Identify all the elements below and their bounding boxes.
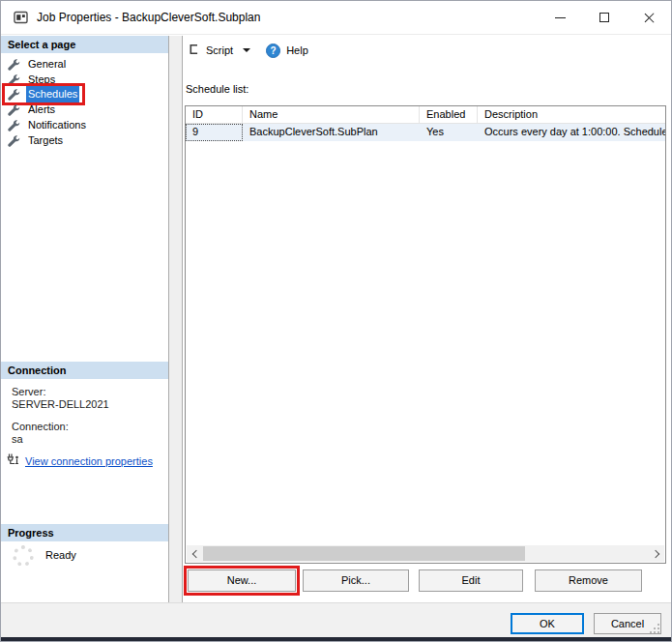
sidebar-item-label: Notifications — [26, 117, 88, 133]
minimize-button[interactable] — [538, 1, 582, 34]
close-icon — [643, 12, 655, 23]
dialog-footer: OK Cancel — [1, 602, 671, 638]
cell-description: Occurs every day at 1:00:00. Schedule — [478, 124, 665, 141]
resize-grip[interactable] — [657, 631, 659, 633]
sidebar-item-alerts[interactable]: Alerts — [5, 102, 60, 118]
close-button[interactable] — [627, 1, 671, 34]
script-dropdown-icon[interactable] — [243, 48, 250, 52]
maximize-icon — [599, 13, 609, 22]
scrollbar-thumb[interactable] — [203, 546, 525, 561]
cancel-button[interactable]: Cancel — [594, 613, 661, 634]
column-header-enabled[interactable]: Enabled — [420, 106, 478, 123]
sidebar-item-label: Alerts — [26, 102, 57, 118]
minimize-icon — [555, 17, 566, 18]
connection-header: Connection — [1, 362, 168, 379]
toolbar: Script ? Help — [183, 36, 671, 65]
cell-name: BackupCleverSoft.SubPlan — [243, 124, 420, 141]
help-button[interactable]: ? Help — [266, 44, 308, 58]
sidebar-item-label: General — [26, 56, 68, 73]
main-panel: Script ? Help Schedule list: ID Name Ena… — [183, 36, 671, 602]
sidebar-item-notifications[interactable]: Notifications — [5, 117, 91, 133]
progress-spinner-icon — [13, 545, 34, 567]
title-bar: Job Properties - BackupCleverSoft.Subpla… — [1, 1, 671, 35]
connection-value: sa — [12, 433, 23, 445]
wrench-icon — [8, 103, 20, 116]
sidebar-item-label: Targets — [26, 132, 65, 149]
sidebar-item-targets[interactable]: Targets — [5, 132, 68, 149]
select-a-page-header: Select a page — [1, 36, 168, 53]
help-button-label: Help — [286, 44, 308, 56]
window-bottom-border — [1, 637, 671, 641]
pick-button[interactable]: Pick... — [303, 569, 409, 592]
column-header-name[interactable]: Name — [243, 106, 420, 123]
cell-enabled: Yes — [420, 124, 478, 141]
cell-id: 9 — [186, 124, 243, 141]
sidebar: Select a page General Steps Schedules Al… — [1, 36, 168, 602]
window-icon — [14, 11, 28, 24]
script-button[interactable]: Script — [187, 43, 233, 58]
schedule-list-label: Schedule list: — [186, 83, 248, 95]
job-properties-dialog: Job Properties - BackupCleverSoft.Subpla… — [0, 0, 672, 642]
connection-properties-icon — [7, 453, 20, 468]
column-header-id[interactable]: ID — [186, 106, 243, 123]
progress-header: Progress — [1, 524, 168, 541]
panel-splitter[interactable] — [168, 36, 183, 602]
progress-status: Ready — [45, 549, 76, 561]
remove-button[interactable]: Remove — [535, 569, 642, 592]
schedule-list-table: ID Name Enabled Description 9 BackupClev… — [185, 105, 666, 564]
column-header-description[interactable]: Description — [478, 106, 665, 123]
script-icon — [187, 43, 200, 58]
chevron-left-icon — [191, 549, 199, 557]
server-value: SERVER-DELL2021 — [12, 398, 109, 410]
wrench-icon — [8, 88, 20, 101]
ok-button[interactable]: OK — [511, 613, 584, 634]
window-controls — [538, 1, 671, 34]
sidebar-item-general[interactable]: General — [5, 56, 71, 73]
chevron-right-icon — [651, 549, 658, 557]
server-label: Server: — [12, 386, 45, 397]
maximize-button[interactable] — [582, 1, 627, 34]
wrench-icon — [8, 58, 20, 71]
table-row[interactable]: 9 BackupCleverSoft.SubPlan Yes Occurs ev… — [186, 124, 665, 141]
wrench-icon — [8, 134, 20, 147]
connection-label: Connection: — [12, 421, 69, 432]
new-button[interactable]: New... — [188, 569, 296, 592]
script-button-label: Script — [206, 44, 233, 56]
scroll-right-button[interactable] — [649, 545, 664, 562]
window-title: Job Properties - BackupCleverSoft.Subpla… — [37, 11, 260, 24]
wrench-icon — [8, 73, 20, 86]
horizontal-scrollbar[interactable] — [187, 545, 664, 562]
scroll-left-button[interactable] — [187, 545, 202, 562]
sidebar-item-schedules[interactable]: Schedules — [5, 86, 82, 102]
edit-button[interactable]: Edit — [419, 569, 523, 592]
table-header-row: ID Name Enabled Description — [186, 106, 665, 124]
wrench-icon — [8, 119, 20, 131]
view-connection-properties-link[interactable]: View connection properties — [25, 455, 153, 467]
sidebar-item-label: Schedules — [26, 86, 79, 102]
help-icon: ? — [266, 44, 280, 58]
